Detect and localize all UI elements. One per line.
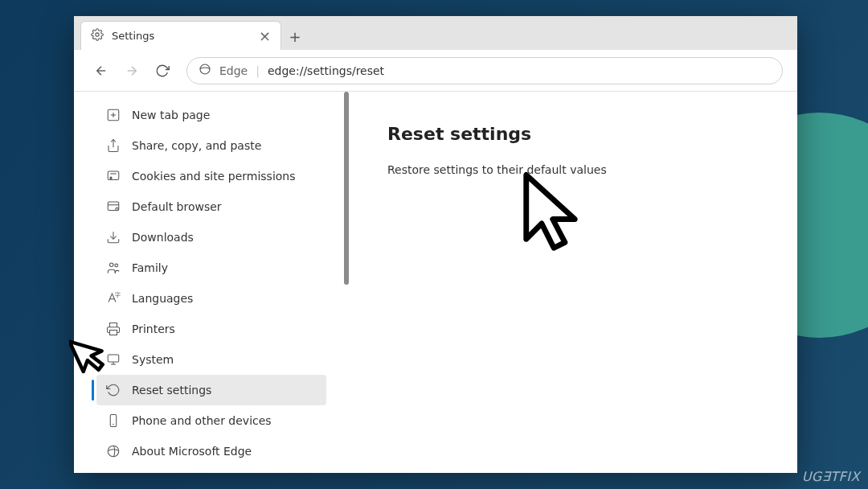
sidebar-item-label: Printers: [132, 323, 175, 335]
system-icon: [106, 352, 121, 367]
browser-window: Settings × + Edge | edge://settings/rese…: [74, 16, 797, 473]
gear-icon: [91, 28, 104, 44]
watermark: UG∃TFIX: [802, 469, 860, 484]
page-title: Reset settings: [387, 124, 768, 144]
sidebar-item-new-tab-page[interactable]: New tab page: [96, 100, 326, 130]
svg-point-11: [116, 208, 118, 210]
address-url: edge://settings/reset: [268, 64, 384, 77]
edge-icon: [106, 444, 121, 458]
settings-sidebar: New tab page Share, copy, and paste Cook…: [74, 92, 358, 473]
download-icon: [106, 230, 121, 244]
svg-point-7: [110, 177, 112, 179]
reset-option[interactable]: Restore settings to their default values: [387, 163, 768, 176]
sidebar-item-label: Family: [132, 261, 168, 274]
sidebar-item-label: Default browser: [132, 200, 222, 213]
family-icon: [106, 261, 121, 275]
permissions-icon: [106, 169, 121, 183]
svg-point-1: [200, 64, 210, 74]
sidebar-item-about-edge[interactable]: About Microsoft Edge: [96, 436, 326, 466]
sidebar-item-reset-settings[interactable]: Reset settings: [96, 375, 326, 405]
sidebar-item-label: About Microsoft Edge: [132, 445, 252, 458]
svg-rect-17: [110, 331, 117, 335]
sidebar-item-default-browser[interactable]: Default browser: [96, 191, 326, 222]
address-bar[interactable]: Edge | edge://settings/reset: [186, 57, 783, 84]
sidebar-item-cookies-permissions[interactable]: Cookies and site permissions: [96, 161, 326, 191]
new-tab-button[interactable]: +: [281, 23, 309, 50]
svg-point-0: [96, 32, 99, 35]
tab-bar: Settings × +: [74, 16, 797, 50]
printer-icon: [106, 322, 121, 336]
svg-rect-18: [108, 355, 119, 362]
sidebar-item-label: Phone and other devices: [132, 414, 272, 427]
sidebar-item-family[interactable]: Family: [96, 253, 326, 283]
share-icon: [106, 138, 121, 153]
svg-point-14: [115, 264, 118, 267]
sidebar-item-label: Downloads: [132, 231, 194, 244]
sidebar-item-label: Cookies and site permissions: [132, 170, 296, 183]
sidebar-item-label: New tab page: [132, 109, 210, 121]
sidebar-item-share-copy-paste[interactable]: Share, copy, and paste: [96, 130, 326, 161]
tab-settings[interactable]: Settings ×: [80, 21, 281, 50]
address-brand: Edge: [219, 64, 248, 77]
sidebar-item-languages[interactable]: 字 Languages: [96, 283, 326, 314]
sidebar-item-phone-devices[interactable]: Phone and other devices: [96, 405, 326, 436]
browser-icon: [106, 199, 121, 214]
svg-point-13: [110, 263, 114, 267]
reset-icon: [106, 383, 121, 397]
language-icon: 字: [106, 291, 121, 306]
sidebar-item-system[interactable]: System: [96, 344, 326, 375]
edge-icon: [199, 63, 211, 78]
forward-button[interactable]: [119, 58, 145, 84]
svg-point-23: [108, 446, 119, 457]
refresh-button[interactable]: [149, 58, 175, 84]
svg-text:字: 字: [115, 292, 121, 298]
sidebar-item-label: Languages: [132, 292, 193, 305]
svg-rect-6: [108, 171, 119, 180]
back-button[interactable]: [88, 58, 114, 84]
sidebar-item-label: Share, copy, and paste: [132, 139, 261, 152]
content-area: New tab page Share, copy, and paste Cook…: [74, 92, 797, 473]
sidebar-scrollbar[interactable]: [344, 92, 349, 285]
sidebar-item-label: Reset settings: [132, 384, 211, 397]
sidebar-item-printers[interactable]: Printers: [96, 314, 326, 344]
address-separator: |: [256, 64, 260, 77]
sidebar-item-downloads[interactable]: Downloads: [96, 222, 326, 253]
close-icon[interactable]: ×: [259, 29, 271, 43]
toolbar: Edge | edge://settings/reset: [74, 50, 797, 92]
svg-rect-9: [108, 202, 119, 211]
svg-rect-21: [110, 415, 117, 427]
plus-square-icon: [106, 108, 121, 122]
sidebar-item-label: System: [132, 353, 174, 366]
phone-icon: [106, 413, 121, 428]
main-panel: Reset settings Restore settings to their…: [358, 92, 797, 473]
tab-title: Settings: [112, 30, 251, 42]
